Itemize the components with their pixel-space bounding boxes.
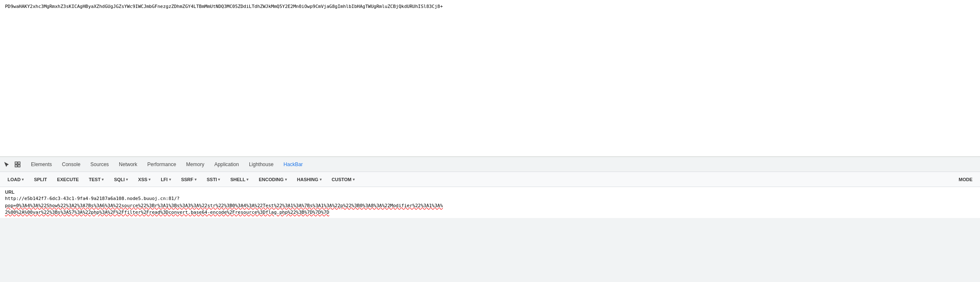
hashing-button[interactable]: HASHING ▾	[293, 176, 326, 183]
load-arrow: ▾	[22, 177, 24, 182]
custom-arrow: ▾	[353, 177, 355, 182]
tab-elements[interactable]: Elements	[26, 157, 57, 172]
post-line1: pop=0%3A4%3A%22Show%22%3A2%3A7Bs%3A6%3A%…	[5, 203, 975, 209]
test-arrow: ▾	[102, 177, 104, 182]
mode-button[interactable]: MODE	[954, 176, 977, 183]
ssti-button[interactable]: SSTI ▾	[203, 176, 224, 183]
svg-rect-2	[15, 165, 17, 167]
xss-arrow: ▾	[149, 177, 151, 182]
encoded-text: PD9waHAKY2xhc3MgRmxhZ3sKICAgHByaXZhdGUgJ…	[5, 3, 975, 10]
custom-button[interactable]: CUSTOM ▾	[328, 176, 359, 183]
post-text-2: 2%00%2A%00var%22%3Bs%3A57%3A%22php%3A%2F…	[5, 210, 329, 215]
main-content: PD9waHAKY2xhc3MgRmxhZ3sKICAgHByaXZhdGUgJ…	[0, 0, 980, 155]
post-text-1: pop=0%3A4%3A%22Show%22%3A2%3A7Bs%3A6%3A%…	[5, 203, 443, 208]
svg-rect-1	[18, 162, 20, 164]
devtools-icons	[2, 159, 23, 169]
sqli-button[interactable]: SQLI ▾	[110, 176, 132, 183]
encoding-button[interactable]: ENCODING ▾	[254, 176, 291, 183]
devtools-panel: Elements Console Sources Network Perform…	[0, 156, 980, 282]
hashing-arrow: ▾	[320, 177, 322, 182]
lfi-button[interactable]: LFI ▾	[156, 176, 175, 183]
svg-rect-0	[15, 162, 17, 164]
load-button[interactable]: LOAD ▾	[3, 176, 28, 183]
tab-console[interactable]: Console	[57, 157, 85, 172]
url-label: URL	[5, 190, 975, 195]
tab-hackbar[interactable]: HackBar	[279, 157, 308, 172]
shell-button[interactable]: SHELL ▾	[226, 176, 253, 183]
shell-arrow: ▾	[246, 177, 249, 182]
lfi-arrow: ▾	[169, 177, 171, 182]
post-line2: 2%00%2A%00var%22%3Bs%3A57%3A%22php%3A%2F…	[5, 209, 975, 215]
ssrf-button[interactable]: SSRF ▾	[177, 176, 201, 183]
split-button[interactable]: SPLIT	[30, 176, 51, 183]
xss-button[interactable]: XSS ▾	[134, 176, 155, 183]
ssrf-arrow: ▾	[195, 177, 197, 182]
hackbar-content: URL http://e5b142f7-6dc3-43c1-9fa4-9a218…	[0, 187, 980, 218]
cursor-icon[interactable]	[2, 159, 12, 169]
devtools-tab-bar: Elements Console Sources Network Perform…	[0, 157, 980, 172]
tab-lighthouse[interactable]: Lighthouse	[244, 157, 279, 172]
tab-performance[interactable]: Performance	[142, 157, 181, 172]
tab-memory[interactable]: Memory	[181, 157, 209, 172]
sqli-arrow: ▾	[126, 177, 128, 182]
test-button[interactable]: TEST ▾	[85, 176, 108, 183]
execute-button[interactable]: EXECUTE	[53, 176, 83, 183]
tab-network[interactable]: Network	[114, 157, 142, 172]
tab-sources[interactable]: Sources	[85, 157, 114, 172]
tab-application[interactable]: Application	[209, 157, 244, 172]
svg-rect-3	[18, 165, 20, 167]
encoding-arrow: ▾	[285, 177, 287, 182]
inspect-icon[interactable]	[13, 159, 23, 169]
ssti-arrow: ▾	[218, 177, 220, 182]
hackbar-toolbar: LOAD ▾ SPLIT EXECUTE TEST ▾ SQLI ▾ XSS ▾…	[0, 172, 980, 187]
url-value: http://e5b142f7-6dc3-43c1-9fa4-9a2187a6a…	[5, 195, 975, 202]
